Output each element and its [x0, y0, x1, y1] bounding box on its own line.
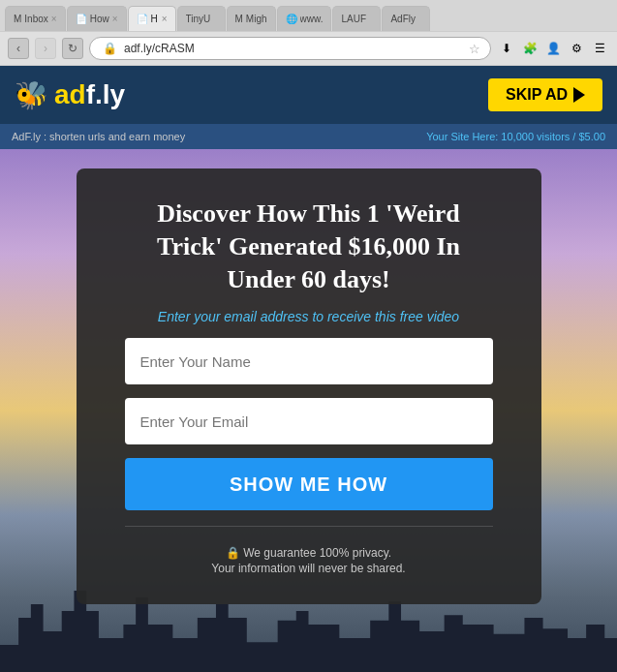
name-input[interactable] [125, 338, 493, 384]
forward-button[interactable]: › [35, 38, 56, 59]
tab-inbox-label: Inbox [24, 14, 47, 24]
address-bar[interactable]: 🔒 adf.ly/cRASM ☆ [89, 37, 491, 60]
headline: Discover How This 1 'Weird Trick' Genera… [125, 198, 493, 295]
privacy-line1: 🔒 We guarantee 100% privacy. [226, 546, 391, 560]
tab-www-icon: 🌐 [286, 14, 297, 24]
nav-bar: ‹ › ↻ 🔒 adf.ly/cRASM ☆ ⬇ 🧩 👤 ⚙ ☰ [0, 31, 617, 66]
tab-h-close[interactable]: × [162, 14, 168, 24]
info-bar: AdF.ly : shorten urls and earn money You… [0, 124, 617, 149]
tab-h-icon: 📄 [137, 14, 148, 24]
tab-h[interactable]: 📄 H × [128, 6, 176, 31]
tab-migh[interactable]: M Migh [227, 6, 276, 31]
tab-adfly[interactable]: AdFly [382, 6, 430, 31]
skip-arrow-icon [573, 87, 585, 103]
tab-www[interactable]: 🌐 www. [277, 6, 332, 31]
tab-inbox-icon: M [14, 14, 21, 24]
skip-ad-label: SKIP AD [506, 86, 568, 104]
tab-tiny-label: TinyU [186, 14, 211, 24]
skip-ad-button[interactable]: SKIP AD [488, 78, 602, 111]
privacy-line2: Your information will never be shared. [211, 562, 405, 575]
divider [125, 526, 493, 527]
adfly-logo: 🐝 adf.ly [15, 79, 125, 111]
email-input[interactable] [125, 398, 493, 444]
tab-lauf-label: LAUF [341, 14, 366, 24]
bookmark-icon[interactable]: ☆ [469, 42, 480, 56]
back-button[interactable]: ‹ [8, 38, 29, 59]
adfly-brand-text: adf.ly [54, 79, 125, 110]
info-left-text: AdF.ly : shorten urls and earn money [12, 131, 185, 142]
privacy-note: 🔒 We guarantee 100% privacy. Your inform… [211, 546, 405, 575]
tab-how-icon: 📄 [76, 14, 87, 24]
tab-how-label: How [90, 14, 109, 24]
main-content: Discover How This 1 'Weird Trick' Genera… [0, 149, 617, 672]
tab-adfly-label: AdFly [390, 14, 416, 24]
info-right-text: Your Site Here: 10,000 visitors / $5.00 [426, 131, 605, 142]
bee-logo: 🐝 [15, 79, 48, 111]
lock-icon: 🔒 [100, 39, 119, 58]
tab-bar: M Inbox × 📄 How × 📄 H × TinyU M Migh 🌐 w… [0, 0, 617, 31]
tab-h-label: H [151, 14, 158, 24]
tab-migh-label: Migh [246, 14, 267, 24]
tab-how-close[interactable]: × [112, 14, 118, 24]
browser-chrome: M Inbox × 📄 How × 📄 H × TinyU M Migh 🌐 w… [0, 0, 617, 66]
tab-how[interactable]: 📄 How × [67, 6, 127, 31]
content-box: Discover How This 1 'Weird Trick' Genera… [77, 168, 541, 604]
address-text: adf.ly/cRASM [124, 42, 464, 55]
tab-www-label: www. [300, 14, 324, 24]
nav-icons: ⬇ 🧩 👤 ⚙ ☰ [497, 39, 609, 58]
menu-icon[interactable]: ☰ [590, 39, 609, 58]
tab-inbox[interactable]: M Inbox × [5, 6, 66, 31]
tab-inbox-close[interactable]: × [51, 14, 57, 24]
extensions-icon[interactable]: 🧩 [520, 39, 540, 58]
profile-icon[interactable]: 👤 [543, 39, 563, 58]
tab-lauf[interactable]: LAUF [332, 6, 381, 31]
settings-icon[interactable]: ⚙ [567, 39, 586, 58]
tab-migh-icon: M [235, 14, 243, 24]
submit-button[interactable]: SHOW ME HOW [125, 458, 493, 510]
download-icon[interactable]: ⬇ [497, 39, 516, 58]
reload-button[interactable]: ↻ [62, 38, 83, 59]
adfly-banner: 🐝 adf.ly SKIP AD [0, 66, 617, 124]
tab-tiny[interactable]: TinyU [177, 6, 226, 31]
sub-headline: Enter your email address to receive this… [158, 309, 459, 324]
